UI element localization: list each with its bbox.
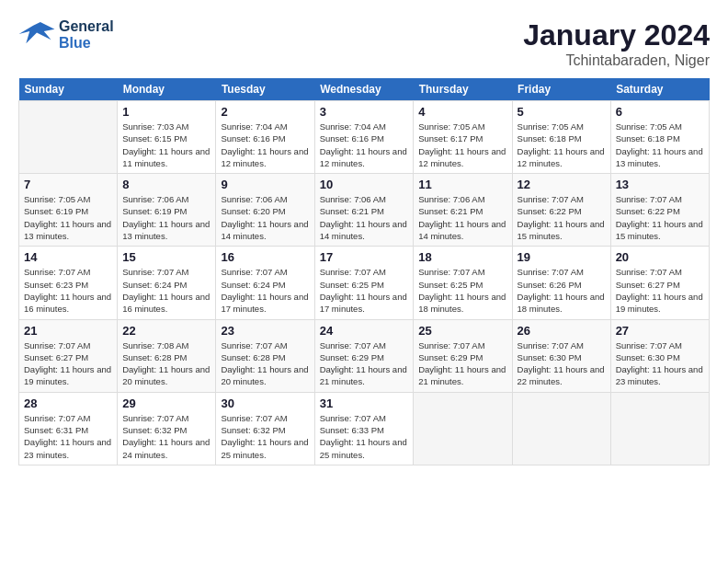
logo: General Blue bbox=[18, 18, 114, 51]
day-number: 13 bbox=[616, 178, 704, 191]
day-number: 18 bbox=[418, 250, 506, 264]
calendar-cell: 20Sunrise: 7:07 AMSunset: 6:27 PMDayligh… bbox=[610, 247, 709, 319]
day-info: Sunrise: 7:07 AMSunset: 6:28 PMDaylight:… bbox=[221, 339, 309, 388]
header-row: Sunday Monday Tuesday Wednesday Thursday… bbox=[19, 78, 710, 101]
calendar-cell: 17Sunrise: 7:07 AMSunset: 6:25 PMDayligh… bbox=[314, 247, 414, 319]
calendar-cell bbox=[512, 392, 610, 465]
calendar-cell: 31Sunrise: 7:07 AMSunset: 6:33 PMDayligh… bbox=[314, 392, 414, 465]
day-info: Sunrise: 7:06 AMSunset: 6:20 PMDaylight:… bbox=[221, 193, 309, 242]
col-monday: Monday bbox=[118, 78, 216, 101]
day-info: Sunrise: 7:07 AMSunset: 6:32 PMDaylight:… bbox=[122, 412, 210, 461]
day-info: Sunrise: 7:07 AMSunset: 6:26 PMDaylight:… bbox=[518, 266, 606, 315]
day-info: Sunrise: 7:03 AMSunset: 6:15 PMDaylight:… bbox=[122, 121, 210, 169]
calendar-cell: 2Sunrise: 7:04 AMSunset: 6:16 PMDaylight… bbox=[216, 101, 314, 174]
calendar-week-3: 21Sunrise: 7:07 AMSunset: 6:27 PMDayligh… bbox=[19, 319, 710, 392]
calendar-cell bbox=[610, 392, 709, 465]
day-info: Sunrise: 7:07 AMSunset: 6:25 PMDaylight:… bbox=[418, 266, 506, 315]
calendar-body: 1Sunrise: 7:03 AMSunset: 6:15 PMDaylight… bbox=[19, 101, 710, 465]
calendar-cell: 1Sunrise: 7:03 AMSunset: 6:15 PMDaylight… bbox=[118, 101, 216, 174]
calendar-cell: 21Sunrise: 7:07 AMSunset: 6:27 PMDayligh… bbox=[19, 319, 118, 392]
day-info: Sunrise: 7:07 AMSunset: 6:31 PMDaylight:… bbox=[24, 412, 112, 461]
day-info: Sunrise: 7:07 AMSunset: 6:27 PMDaylight:… bbox=[616, 266, 704, 315]
day-number: 31 bbox=[320, 396, 409, 410]
calendar-cell: 6Sunrise: 7:05 AMSunset: 6:18 PMDaylight… bbox=[610, 101, 709, 174]
day-number: 17 bbox=[320, 250, 409, 264]
day-number: 16 bbox=[221, 250, 309, 264]
day-info: Sunrise: 7:08 AMSunset: 6:28 PMDaylight:… bbox=[122, 339, 210, 388]
calendar-header: Sunday Monday Tuesday Wednesday Thursday… bbox=[19, 78, 710, 101]
logo-icon bbox=[18, 18, 55, 51]
day-number: 11 bbox=[418, 178, 506, 191]
calendar-cell: 18Sunrise: 7:07 AMSunset: 6:25 PMDayligh… bbox=[414, 247, 512, 319]
calendar-cell: 15Sunrise: 7:07 AMSunset: 6:24 PMDayligh… bbox=[118, 247, 216, 319]
day-number: 25 bbox=[418, 324, 506, 338]
calendar-cell: 24Sunrise: 7:07 AMSunset: 6:29 PMDayligh… bbox=[314, 319, 414, 392]
calendar-cell: 22Sunrise: 7:08 AMSunset: 6:28 PMDayligh… bbox=[118, 319, 216, 392]
page-title: January 2024 bbox=[523, 18, 710, 52]
day-info: Sunrise: 7:05 AMSunset: 6:18 PMDaylight:… bbox=[518, 121, 606, 169]
day-info: Sunrise: 7:04 AMSunset: 6:16 PMDaylight:… bbox=[320, 121, 409, 169]
calendar-cell: 25Sunrise: 7:07 AMSunset: 6:29 PMDayligh… bbox=[414, 319, 512, 392]
day-number: 10 bbox=[320, 178, 409, 191]
calendar-week-1: 7Sunrise: 7:05 AMSunset: 6:19 PMDaylight… bbox=[19, 174, 710, 247]
calendar-cell: 10Sunrise: 7:06 AMSunset: 6:21 PMDayligh… bbox=[314, 174, 414, 247]
day-info: Sunrise: 7:07 AMSunset: 6:23 PMDaylight:… bbox=[24, 266, 112, 315]
col-wednesday: Wednesday bbox=[314, 78, 414, 101]
calendar-week-4: 28Sunrise: 7:07 AMSunset: 6:31 PMDayligh… bbox=[19, 392, 710, 465]
day-number: 24 bbox=[320, 324, 409, 338]
calendar-cell: 9Sunrise: 7:06 AMSunset: 6:20 PMDaylight… bbox=[216, 174, 314, 247]
day-info: Sunrise: 7:07 AMSunset: 6:29 PMDaylight:… bbox=[418, 339, 506, 388]
calendar-cell: 27Sunrise: 7:07 AMSunset: 6:30 PMDayligh… bbox=[610, 319, 709, 392]
day-number: 20 bbox=[616, 250, 704, 264]
day-info: Sunrise: 7:05 AMSunset: 6:18 PMDaylight:… bbox=[616, 121, 704, 169]
day-number: 19 bbox=[518, 250, 606, 264]
day-number: 3 bbox=[320, 105, 409, 119]
day-info: Sunrise: 7:07 AMSunset: 6:24 PMDaylight:… bbox=[122, 266, 210, 315]
day-info: Sunrise: 7:06 AMSunset: 6:21 PMDaylight:… bbox=[418, 193, 506, 242]
calendar-cell: 28Sunrise: 7:07 AMSunset: 6:31 PMDayligh… bbox=[19, 392, 118, 465]
day-number: 29 bbox=[122, 396, 210, 410]
day-number: 23 bbox=[221, 324, 309, 338]
day-number: 21 bbox=[24, 324, 112, 338]
day-info: Sunrise: 7:07 AMSunset: 6:22 PMDaylight:… bbox=[616, 193, 704, 242]
calendar-cell: 26Sunrise: 7:07 AMSunset: 6:30 PMDayligh… bbox=[512, 319, 610, 392]
day-info: Sunrise: 7:07 AMSunset: 6:30 PMDaylight:… bbox=[616, 339, 704, 388]
day-info: Sunrise: 7:07 AMSunset: 6:32 PMDaylight:… bbox=[221, 412, 309, 461]
calendar-cell bbox=[19, 101, 118, 174]
day-info: Sunrise: 7:07 AMSunset: 6:29 PMDaylight:… bbox=[320, 339, 409, 388]
day-number: 5 bbox=[518, 105, 606, 119]
calendar-cell: 12Sunrise: 7:07 AMSunset: 6:22 PMDayligh… bbox=[512, 174, 610, 247]
col-tuesday: Tuesday bbox=[216, 78, 314, 101]
day-number: 2 bbox=[221, 105, 309, 119]
svg-marker-0 bbox=[19, 22, 55, 43]
day-info: Sunrise: 7:07 AMSunset: 6:22 PMDaylight:… bbox=[518, 193, 606, 242]
day-number: 8 bbox=[122, 178, 210, 191]
day-info: Sunrise: 7:07 AMSunset: 6:33 PMDaylight:… bbox=[320, 412, 409, 461]
day-number: 4 bbox=[418, 105, 506, 119]
page-subtitle: Tchintabaraden, Niger bbox=[523, 52, 710, 69]
day-number: 30 bbox=[221, 396, 309, 410]
calendar-cell: 29Sunrise: 7:07 AMSunset: 6:32 PMDayligh… bbox=[118, 392, 216, 465]
calendar-cell: 4Sunrise: 7:05 AMSunset: 6:17 PMDaylight… bbox=[414, 101, 512, 174]
title-block: January 2024 Tchintabaraden, Niger bbox=[523, 18, 710, 69]
day-number: 15 bbox=[122, 250, 210, 264]
day-number: 28 bbox=[24, 396, 112, 410]
day-info: Sunrise: 7:07 AMSunset: 6:25 PMDaylight:… bbox=[320, 266, 409, 315]
col-friday: Friday bbox=[512, 78, 610, 101]
calendar-cell: 8Sunrise: 7:06 AMSunset: 6:19 PMDaylight… bbox=[118, 174, 216, 247]
header: General Blue January 2024 Tchintabaraden… bbox=[18, 18, 710, 69]
logo-text: General Blue bbox=[59, 18, 114, 51]
calendar-cell: 16Sunrise: 7:07 AMSunset: 6:24 PMDayligh… bbox=[216, 247, 314, 319]
day-number: 6 bbox=[616, 105, 704, 119]
page-container: General Blue January 2024 Tchintabaraden… bbox=[0, 0, 728, 475]
calendar-cell: 11Sunrise: 7:06 AMSunset: 6:21 PMDayligh… bbox=[414, 174, 512, 247]
calendar-week-2: 14Sunrise: 7:07 AMSunset: 6:23 PMDayligh… bbox=[19, 247, 710, 319]
day-number: 14 bbox=[24, 250, 112, 264]
day-info: Sunrise: 7:07 AMSunset: 6:24 PMDaylight:… bbox=[221, 266, 309, 315]
day-info: Sunrise: 7:04 AMSunset: 6:16 PMDaylight:… bbox=[221, 121, 309, 169]
logo-general: General bbox=[59, 18, 114, 35]
day-info: Sunrise: 7:07 AMSunset: 6:30 PMDaylight:… bbox=[518, 339, 606, 388]
calendar-cell: 30Sunrise: 7:07 AMSunset: 6:32 PMDayligh… bbox=[216, 392, 314, 465]
day-number: 22 bbox=[122, 324, 210, 338]
day-number: 12 bbox=[518, 178, 606, 191]
